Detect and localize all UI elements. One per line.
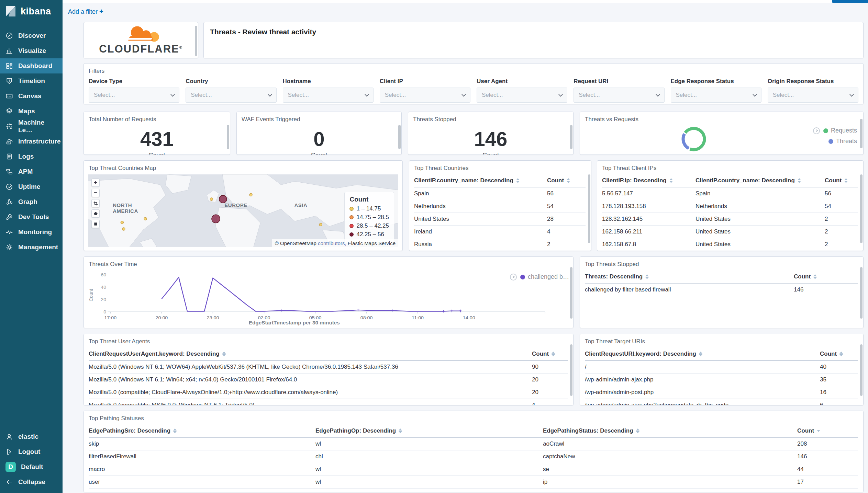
sidebar-item-graph[interactable]: Graph xyxy=(0,194,63,209)
sort-icon[interactable] xyxy=(669,178,673,183)
legend-expand-icon[interactable] xyxy=(813,127,820,134)
table-cell: 128.32.162.145 xyxy=(602,213,695,225)
scrollbar[interactable] xyxy=(570,267,572,319)
column-header-count[interactable]: Count xyxy=(797,427,858,434)
series-label[interactable]: challenged b… xyxy=(528,273,569,280)
sidebar-footer-collapse[interactable]: Collapse xyxy=(0,474,63,490)
map-marker[interactable] xyxy=(249,193,252,196)
column-header-count[interactable]: Count xyxy=(532,351,568,357)
map-marker[interactable] xyxy=(210,198,213,200)
filter-select-country[interactable]: Select... xyxy=(186,88,276,103)
column-header-count[interactable]: Count xyxy=(825,177,858,184)
zoom-out-button[interactable]: − xyxy=(91,189,100,197)
sort-icon[interactable] xyxy=(844,178,848,183)
column-header-edgepathingstatus-descending[interactable]: EdgePathingStatus: Descending xyxy=(543,427,797,434)
sort-icon[interactable] xyxy=(399,428,402,433)
scrollbar[interactable] xyxy=(570,125,572,149)
kibana-logo-row[interactable]: kibana xyxy=(0,0,63,22)
sort-icon[interactable] xyxy=(173,428,177,433)
map-tool-pentagon-icon[interactable] xyxy=(91,209,100,218)
sidebar-item-dev-tools[interactable]: Dev Tools xyxy=(0,209,63,225)
map-controls: +− xyxy=(91,179,100,228)
sidebar-item-visualize[interactable]: Visualize xyxy=(0,43,63,58)
sidebar-footer-logout[interactable]: Logout xyxy=(0,444,63,459)
column-header-clientrequesturi-keyword-descending[interactable]: ClientRequestURI.keyword: Descending xyxy=(585,351,820,357)
map-legend-title: Count xyxy=(349,196,389,203)
threats-over-time-line-chart[interactable]: 020406017:0020:0023:0002:0005:0008:0011:… xyxy=(87,269,557,326)
map-marker[interactable] xyxy=(319,223,322,226)
sidebar-item-uptime[interactable]: Uptime xyxy=(0,179,63,194)
add-filter-link[interactable]: Add a filter + xyxy=(68,8,103,15)
scrollbar[interactable] xyxy=(860,344,863,396)
metric-waf-events-panel: WAF Events Triggered 0 Count xyxy=(236,112,402,155)
top-threats-stopped-panel: Top Threats Stopped Threats: DescendingC… xyxy=(580,256,864,328)
scrollbar[interactable] xyxy=(398,125,401,149)
sort-icon[interactable] xyxy=(699,352,702,356)
column-header-count[interactable]: Count xyxy=(820,351,858,357)
filter-select-origin-response-status[interactable]: Select... xyxy=(768,88,858,103)
column-header-clientip-country-name-descending[interactable]: ClientIP.country_name: Descending xyxy=(414,177,547,184)
sidebar-item-machine-le[interactable]: Machine Le… xyxy=(0,119,63,134)
sort-icon[interactable] xyxy=(817,430,820,432)
map-marker[interactable] xyxy=(121,221,123,224)
filter-select-user-agent[interactable]: Select... xyxy=(477,88,567,103)
sidebar-item-management[interactable]: Management xyxy=(0,240,63,255)
sort-icon[interactable] xyxy=(516,178,520,183)
sidebar-item-canvas[interactable]: Canvas xyxy=(0,89,63,104)
world-map[interactable]: NORTH AMERICAEUROPEASIA+−Count1 – 14.751… xyxy=(88,174,398,247)
sidebar-item-infrastructure[interactable]: Infrastructure xyxy=(0,134,63,149)
sidebar-item-timelion[interactable]: Timelion xyxy=(0,73,63,89)
sort-icon[interactable] xyxy=(839,352,843,356)
column-header-clientrequestuseragent-keyword-descending[interactable]: ClientRequestUserAgent.keyword: Descendi… xyxy=(89,351,532,357)
column-header-edgepathingsrc-descending[interactable]: EdgePathingSrc: Descending xyxy=(89,427,315,434)
column-header-count[interactable]: Count xyxy=(547,177,586,184)
scrollbar[interactable] xyxy=(588,174,590,243)
sort-icon[interactable] xyxy=(813,274,817,279)
sidebar-footer-default[interactable]: DDefault xyxy=(0,459,63,474)
sidebar-item-logs[interactable]: Logs xyxy=(0,149,63,164)
sidebar-item-apm[interactable]: APM xyxy=(0,164,63,179)
sort-icon[interactable] xyxy=(567,178,570,183)
map-marker[interactable] xyxy=(144,217,147,220)
legend-item-threats[interactable]: Threats xyxy=(828,138,857,145)
zoom-in-button[interactable]: + xyxy=(91,179,100,187)
table-cell: Russia xyxy=(414,238,547,251)
map-tool-square-icon[interactable] xyxy=(91,220,100,228)
sidebar-footer-elastic[interactable]: elastic xyxy=(0,429,63,444)
sort-icon[interactable] xyxy=(645,274,649,279)
map-marker[interactable] xyxy=(212,215,220,223)
select-placeholder: Select... xyxy=(482,92,503,99)
column-header-edgepathingop-descending[interactable]: EdgePathingOp: Descending xyxy=(315,427,543,434)
sidebar-item-maps[interactable]: Maps xyxy=(0,104,63,119)
query-bar[interactable] xyxy=(63,0,868,3)
legend-expand-icon[interactable] xyxy=(510,274,517,280)
sidebar-item-monitoring[interactable]: Monitoring xyxy=(0,225,63,240)
legend-item-requests[interactable]: Requests xyxy=(813,127,857,134)
sidebar-item-discover[interactable]: Discover xyxy=(0,28,63,43)
scrollbar[interactable] xyxy=(195,26,197,56)
update-button[interactable] xyxy=(832,0,868,3)
filter-select-device-type[interactable]: Select... xyxy=(89,88,179,103)
column-header-threats-descending[interactable]: Threats: Descending xyxy=(585,273,794,280)
sort-icon[interactable] xyxy=(552,352,555,356)
filter-select-client-ip[interactable]: Select... xyxy=(380,88,470,103)
map-marker[interactable] xyxy=(122,228,125,230)
filter-select-edge-response-status[interactable]: Select... xyxy=(671,88,761,103)
filter-select-request-uri[interactable]: Select... xyxy=(574,88,664,103)
scrollbar[interactable] xyxy=(860,119,863,148)
scrollbar[interactable] xyxy=(860,267,863,319)
scrollbar[interactable] xyxy=(860,174,863,243)
sort-icon[interactable] xyxy=(222,352,226,356)
scrollbar[interactable] xyxy=(570,344,572,396)
sort-icon[interactable] xyxy=(798,178,801,183)
column-header-clientip-country-name-descending[interactable]: ClientIP.country_name: Descending xyxy=(695,177,825,184)
column-header-clientip-ip-descending[interactable]: ClientIP.ip: Descending xyxy=(602,177,695,184)
sidebar-item-dashboard[interactable]: Dashboard xyxy=(0,58,63,73)
map-tool-crop-icon[interactable] xyxy=(91,199,100,207)
scrollbar[interactable] xyxy=(227,125,229,149)
sort-icon[interactable] xyxy=(636,428,639,433)
attribution-link[interactable]: contributors, xyxy=(318,240,346,246)
column-header-count[interactable]: Count xyxy=(794,273,858,280)
threats-vs-requests-donut-chart[interactable] xyxy=(679,124,709,155)
filter-select-hostname[interactable]: Select... xyxy=(283,88,374,103)
